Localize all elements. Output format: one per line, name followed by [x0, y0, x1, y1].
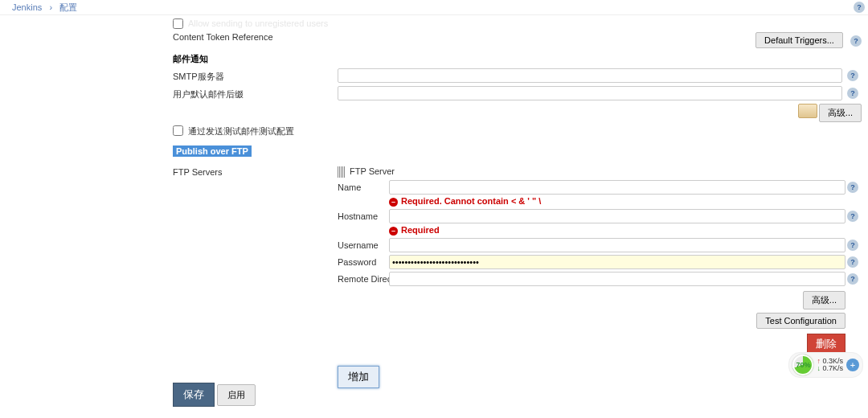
content-token-label: Content Token Reference	[173, 32, 273, 42]
ftp-advanced-button[interactable]: 高级...	[803, 291, 845, 309]
help-icon[interactable]: ?	[847, 256, 858, 268]
error-icon: –	[389, 198, 398, 207]
help-icon[interactable]: ?	[850, 35, 862, 47]
ftp-name-error: –Required. Cannot contain < & ' " \	[389, 196, 845, 207]
drag-handle-icon[interactable]	[338, 166, 346, 178]
smtp-label: SMTP服务器	[173, 68, 338, 83]
crumb-jenkins[interactable]: Jenkins	[12, 2, 42, 12]
ftp-user-label: Username	[338, 238, 389, 252]
ftp-name-label: Name	[338, 180, 389, 207]
ftp-name-input[interactable]	[389, 180, 845, 195]
mail-section-heading: 邮件通知	[173, 53, 862, 65]
help-icon[interactable]: ?	[847, 70, 858, 81]
mail-advanced-button[interactable]: 高级...	[819, 104, 862, 122]
help-icon[interactable]: ?	[847, 182, 858, 193]
network-status-widget[interactable]: 70% ↑ 0.3K/s ↓ 0.7K/s +	[788, 352, 863, 378]
save-button[interactable]: 保存	[173, 383, 215, 407]
error-icon: –	[389, 227, 398, 236]
default-triggers-button[interactable]: Default Triggers...	[755, 32, 843, 48]
action-bar: 保存 启用	[173, 383, 256, 407]
ftp-host-input[interactable]	[389, 209, 845, 223]
help-icon[interactable]: ?	[847, 88, 858, 99]
expand-icon[interactable]: +	[846, 359, 859, 371]
apply-button[interactable]: 启用	[217, 384, 256, 406]
progress-donut: 70%	[792, 354, 813, 375]
ftp-pass-input[interactable]	[389, 255, 845, 269]
help-icon[interactable]: ?	[854, 2, 865, 13]
add-button[interactable]: 增加	[338, 366, 379, 388]
smtp-input[interactable]	[338, 68, 842, 83]
ftp-user-input[interactable]	[389, 238, 845, 252]
ftp-server-label: FTP Server	[350, 166, 395, 176]
breadcrumb: Jenkins › 配置	[0, 0, 868, 15]
allow-unregistered-checkbox[interactable]	[173, 18, 183, 29]
server-icon	[798, 104, 817, 118]
crumb-config[interactable]: 配置	[59, 2, 77, 12]
test-mail-checkbox[interactable]	[173, 125, 183, 136]
help-icon[interactable]: ?	[847, 240, 858, 251]
help-icon[interactable]: ?	[847, 211, 858, 222]
ftp-host-label: Hostname	[338, 209, 389, 236]
ftp-remote-input[interactable]	[389, 272, 845, 286]
allow-unregistered-label: Allow sending to unregistered users	[188, 18, 328, 28]
help-icon[interactable]: ?	[847, 273, 858, 285]
test-mail-label: 通过发送测试邮件测试配置	[188, 125, 294, 137]
network-rates: ↑ 0.3K/s ↓ 0.7K/s	[817, 358, 843, 372]
test-configuration-button[interactable]: Test Configuration	[756, 313, 845, 329]
suffix-input[interactable]	[338, 86, 842, 100]
ftp-servers-label: FTP Servers	[173, 165, 338, 177]
ftp-host-error: –Required	[389, 225, 845, 236]
publish-ftp-heading: Publish over FTP	[173, 145, 252, 157]
suffix-label: 用户默认邮件后缀	[173, 86, 338, 100]
crumb-sep: ›	[49, 2, 52, 12]
ftp-pass-label: Password	[338, 255, 389, 269]
